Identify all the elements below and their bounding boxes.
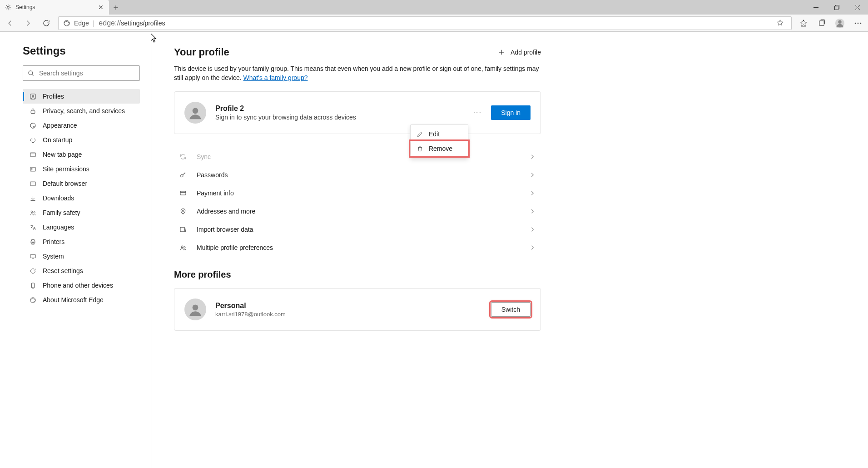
permissions-icon bbox=[29, 165, 36, 173]
sidebar-item-label: Reset settings bbox=[43, 267, 83, 274]
location-icon bbox=[179, 208, 187, 215]
sync-row: Sync bbox=[174, 148, 541, 166]
addresses-row[interactable]: Addresses and more bbox=[174, 202, 541, 220]
settings-heading: Settings bbox=[23, 45, 152, 57]
svg-point-48 bbox=[193, 305, 198, 311]
main-content: Your profile Add profile This device is … bbox=[152, 32, 868, 468]
svg-point-37 bbox=[30, 297, 35, 302]
sidebar-item-privacy[interactable]: Privacy, search, and services bbox=[23, 104, 140, 118]
sidebar-item-printers[interactable]: Printers bbox=[23, 234, 140, 249]
sidebar-item-newtab[interactable]: New tab page bbox=[23, 147, 140, 162]
row-label: Import browser data bbox=[197, 226, 519, 233]
svg-point-16 bbox=[32, 95, 34, 97]
minimize-button[interactable] bbox=[805, 0, 826, 15]
sidebar-item-label: Family safety bbox=[43, 209, 80, 216]
sidebar-item-reset[interactable]: Reset settings bbox=[23, 264, 140, 278]
sidebar-item-label: Privacy, search, and services bbox=[43, 107, 125, 115]
chevron-right-icon bbox=[529, 172, 536, 178]
ctx-remove[interactable]: Remove bbox=[411, 141, 468, 156]
family-icon bbox=[29, 209, 36, 216]
sidebar-item-languages[interactable]: Languages bbox=[23, 220, 140, 234]
settings-search-input[interactable] bbox=[39, 70, 135, 77]
row-label: Passwords bbox=[197, 171, 519, 179]
forward-button[interactable] bbox=[20, 15, 36, 31]
people-icon bbox=[179, 244, 187, 251]
settings-search-box[interactable] bbox=[23, 65, 140, 81]
sidebar-item-profiles[interactable]: Profiles bbox=[23, 89, 140, 104]
sidebar-item-defaultbrowser[interactable]: Default browser bbox=[23, 176, 140, 191]
row-label: Addresses and more bbox=[197, 208, 519, 215]
new-tab-button[interactable]: ＋ bbox=[109, 0, 123, 15]
browser-icon bbox=[29, 180, 36, 187]
sidebar-item-label: New tab page bbox=[43, 151, 82, 158]
svg-rect-15 bbox=[30, 94, 35, 99]
passwords-row[interactable]: Passwords bbox=[174, 166, 541, 184]
svg-rect-2 bbox=[834, 6, 838, 10]
svg-rect-25 bbox=[30, 182, 35, 186]
add-profile-label: Add profile bbox=[511, 49, 541, 56]
close-window-button[interactable] bbox=[847, 0, 868, 15]
switch-button[interactable]: Switch bbox=[491, 302, 531, 317]
sidebar-item-permissions[interactable]: Site permissions bbox=[23, 162, 140, 176]
printer-icon bbox=[29, 238, 36, 245]
appearance-icon bbox=[29, 122, 36, 129]
app-menu-button[interactable] bbox=[850, 15, 866, 31]
maximize-button[interactable] bbox=[826, 0, 847, 15]
import-icon bbox=[179, 226, 187, 233]
ctx-edit[interactable]: Edit bbox=[411, 127, 468, 141]
svg-rect-32 bbox=[32, 242, 34, 244]
edge-icon bbox=[29, 296, 36, 304]
card-icon bbox=[179, 189, 187, 197]
sidebar-item-about[interactable]: About Microsoft Edge bbox=[23, 293, 140, 307]
sign-in-button[interactable]: Sign in bbox=[491, 105, 531, 120]
avatar bbox=[184, 102, 206, 124]
profile-avatar-button[interactable] bbox=[832, 15, 848, 31]
row-label: Multiple profile preferences bbox=[197, 244, 519, 251]
more-profiles-title: More profiles bbox=[174, 269, 541, 280]
sidebar-item-label: System bbox=[43, 253, 64, 260]
back-button[interactable] bbox=[2, 15, 18, 31]
profile-more-button[interactable]: ··· bbox=[470, 105, 485, 120]
sidebar-item-system[interactable]: System bbox=[23, 249, 140, 264]
sidebar-item-downloads[interactable]: Downloads bbox=[23, 191, 140, 205]
sidebar-item-appearance[interactable]: Appearance bbox=[23, 118, 140, 133]
svg-rect-21 bbox=[30, 167, 35, 171]
refresh-button[interactable] bbox=[38, 15, 55, 31]
close-tab-button[interactable]: ✕ bbox=[97, 4, 104, 11]
power-icon bbox=[29, 136, 36, 144]
settings-sidebar: Settings Profiles Privacy, search, and s… bbox=[0, 32, 152, 468]
svg-point-44 bbox=[182, 210, 184, 211]
address-bar[interactable]: Edge | edge://settings/profiles bbox=[58, 16, 792, 30]
svg-point-11 bbox=[858, 22, 859, 24]
page-description: This device is used by your family group… bbox=[174, 65, 541, 82]
svg-point-0 bbox=[7, 6, 9, 8]
collections-button[interactable] bbox=[813, 15, 830, 31]
family-group-link[interactable]: What's a family group? bbox=[243, 74, 308, 81]
sync-icon bbox=[179, 153, 187, 160]
newtab-icon bbox=[29, 151, 36, 158]
sidebar-item-label: On startup bbox=[43, 136, 72, 144]
browser-tab[interactable]: Settings ✕ bbox=[0, 0, 109, 15]
favorite-star-icon[interactable] bbox=[773, 19, 787, 27]
svg-rect-19 bbox=[30, 153, 35, 157]
personal-profile-email: karri.sri1978@outlook.com bbox=[215, 311, 482, 318]
import-row[interactable]: Import browser data bbox=[174, 220, 541, 239]
svg-rect-42 bbox=[180, 191, 186, 195]
chevron-right-icon bbox=[529, 208, 536, 214]
profile-context-menu: Edit Remove bbox=[410, 124, 468, 158]
multiprofile-row[interactable]: Multiple profile preferences bbox=[174, 239, 541, 257]
sidebar-item-startup[interactable]: On startup bbox=[23, 133, 140, 147]
profile-icon bbox=[29, 93, 36, 100]
language-icon bbox=[29, 224, 36, 231]
favorites-button[interactable] bbox=[795, 15, 812, 31]
add-profile-button[interactable]: Add profile bbox=[498, 49, 541, 56]
sidebar-item-label: Phone and other devices bbox=[43, 282, 113, 289]
pencil-icon bbox=[416, 131, 423, 138]
sidebar-item-family[interactable]: Family safety bbox=[23, 205, 140, 220]
svg-rect-7 bbox=[819, 20, 824, 25]
sidebar-item-phone[interactable]: Phone and other devices bbox=[23, 278, 140, 293]
sidebar-item-label: Printers bbox=[43, 238, 64, 245]
payment-row[interactable]: Payment info bbox=[174, 184, 541, 202]
ctx-edit-label: Edit bbox=[429, 130, 440, 138]
sidebar-item-label: Appearance bbox=[43, 122, 77, 129]
